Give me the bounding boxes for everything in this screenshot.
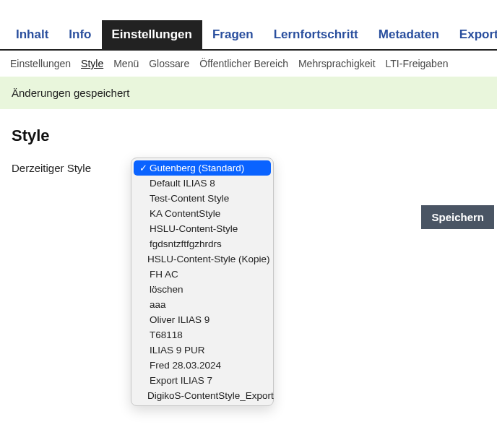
dropdown-option[interactable]: ✓ KA ContentStyle (134, 206, 271, 221)
dropdown-option[interactable]: ✓ FH AC (134, 267, 271, 282)
subtab-lti-freigaben[interactable]: LTI-Freigaben (386, 58, 449, 69)
tab-fragen[interactable]: Fragen (202, 20, 264, 49)
tab-lernfortschritt[interactable]: Lernfortschritt (264, 20, 368, 49)
dropdown-option-label: löschen (150, 284, 183, 295)
sub-tab-bar: Einstellungen Style Menü Glossare Öffent… (0, 51, 497, 77)
dropdown-option-label: Fred 28.03.2024 (150, 360, 221, 371)
dropdown-option-label: T68118 (150, 329, 183, 340)
dropdown-option-label: HSLU-Content-Style (150, 223, 238, 234)
tab-info[interactable]: Info (59, 20, 101, 49)
dropdown-option-label: KA ContentStyle (150, 208, 220, 219)
dropdown-option[interactable]: ✓ T68118 (134, 327, 271, 343)
form-row-style: Derzeitiger Style ✓ Gutenberg (Standard)… (12, 161, 485, 176)
dropdown-option-label: Oliver ILIAS 9 (150, 314, 209, 325)
dropdown-option[interactable]: ✓ HSLU-Content-Style (Kopie) (134, 251, 271, 267)
tab-inhalt[interactable]: Inhalt (6, 20, 59, 49)
dropdown-option[interactable]: ✓ löschen (134, 282, 271, 297)
dropdown-option-label: Gutenberg (Standard) (150, 163, 244, 173)
dropdown-option-label: DigikoS-ContentStyle_Export (147, 390, 274, 401)
tab-export[interactable]: Export (449, 20, 497, 49)
dropdown-option-label: Default ILIAS 8 (150, 178, 215, 189)
subtab-oeffentlicher-bereich[interactable]: Öffentlicher Bereich (199, 58, 288, 69)
subtab-mehrsprachigkeit[interactable]: Mehrsprachigkeit (298, 58, 376, 69)
save-button[interactable]: Speichern (421, 205, 494, 229)
form-label-style: Derzeitiger Style (12, 161, 120, 176)
dropdown-option-label: Test-Content Style (150, 193, 229, 204)
dropdown-option[interactable]: ✓ Default ILIAS 8 (134, 176, 271, 191)
style-dropdown[interactable]: ✓ Gutenberg (Standard) ✓ Default ILIAS 8… (131, 158, 274, 406)
dropdown-option[interactable]: ✓ Oliver ILIAS 9 (134, 312, 271, 327)
dropdown-option[interactable]: ✓ Test-Content Style (134, 191, 271, 206)
subtab-style[interactable]: Style (81, 58, 103, 69)
dropdown-option[interactable]: ✓ aaa (134, 297, 271, 312)
primary-tab-bar: Inhalt Info Einstellungen Fragen Lernfor… (0, 0, 497, 51)
check-icon: ✓ (138, 163, 148, 173)
dropdown-option-label: ILIAS 9 PUR (150, 345, 205, 356)
dropdown-option[interactable]: ✓ ILIAS 9 PUR (134, 343, 271, 358)
dropdown-option[interactable]: ✓ DigikoS-ContentStyle_Export (134, 388, 271, 403)
dropdown-option-label: Export ILIAS 7 (150, 375, 212, 386)
tab-einstellungen[interactable]: Einstellungen (102, 20, 202, 49)
dropdown-option[interactable]: ✓ Fred 28.03.2024 (134, 358, 271, 373)
dropdown-option-label: aaa (150, 299, 166, 310)
dropdown-option-label: HSLU-Content-Style (Kopie) (147, 254, 270, 264)
dropdown-option-label: FH AC (150, 269, 178, 280)
success-banner: Änderungen gespeichert (0, 77, 497, 109)
dropdown-option-label: fgdsntzftfgzhrdrs (150, 238, 222, 249)
dropdown-option[interactable]: ✓ Gutenberg (Standard) (134, 160, 271, 176)
tab-metadaten[interactable]: Metadaten (368, 20, 449, 49)
dropdown-option[interactable]: ✓ Export ILIAS 7 (134, 373, 271, 388)
section-title: Style (12, 126, 485, 145)
subtab-menu[interactable]: Menü (113, 58, 139, 69)
form-area: Style Derzeitiger Style ✓ Gutenberg (Sta… (0, 109, 497, 176)
subtab-glossare[interactable]: Glossare (149, 58, 189, 69)
subtab-einstellungen[interactable]: Einstellungen (10, 58, 71, 69)
dropdown-option[interactable]: ✓ HSLU-Content-Style (134, 221, 271, 236)
dropdown-option[interactable]: ✓ fgdsntzftfgzhrdrs (134, 236, 271, 251)
